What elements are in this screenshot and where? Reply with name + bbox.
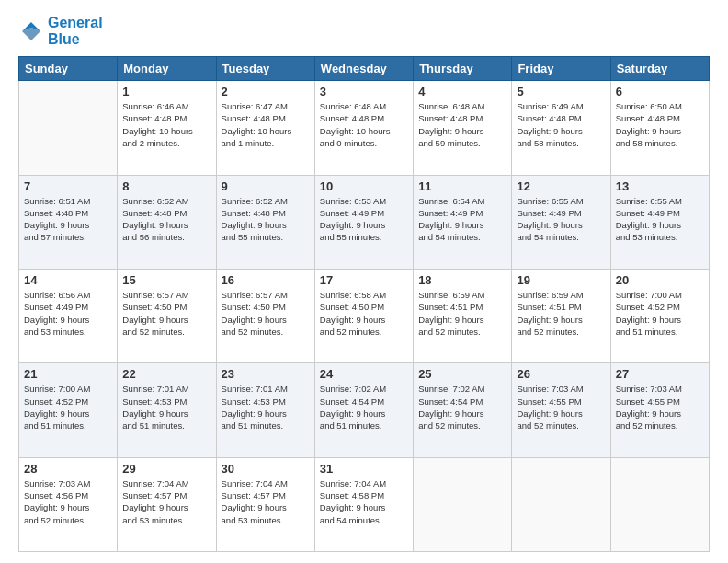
- day-number: 6: [616, 85, 704, 98]
- day-info: Sunrise: 7:00 AMSunset: 4:52 PMDaylight:…: [616, 289, 704, 338]
- day-info: Sunrise: 6:54 AMSunset: 4:49 PMDaylight:…: [418, 195, 506, 244]
- day-number: 27: [616, 367, 704, 381]
- day-info: Sunrise: 6:48 AMSunset: 4:48 PMDaylight:…: [418, 100, 506, 149]
- day-number: 13: [616, 179, 704, 193]
- day-number: 31: [320, 462, 408, 476]
- calendar-cell: 31Sunrise: 7:04 AMSunset: 4:58 PMDayligh…: [314, 457, 413, 551]
- day-number: 22: [122, 367, 210, 381]
- day-number: 16: [222, 273, 310, 287]
- calendar-cell: 6Sunrise: 6:50 AMSunset: 4:48 PMDaylight…: [610, 81, 709, 175]
- calendar-week-row: 1Sunrise: 6:46 AMSunset: 4:48 PMDaylight…: [19, 81, 710, 175]
- day-info: Sunrise: 6:47 AMSunset: 4:48 PMDaylight:…: [222, 100, 310, 149]
- calendar-cell: 28Sunrise: 7:03 AMSunset: 4:56 PMDayligh…: [19, 457, 118, 551]
- logo-icon: [18, 18, 44, 44]
- day-info: Sunrise: 6:58 AMSunset: 4:50 PMDaylight:…: [320, 289, 408, 338]
- day-number: 24: [320, 367, 408, 381]
- day-info: Sunrise: 6:46 AMSunset: 4:48 PMDaylight:…: [122, 100, 210, 149]
- day-info: Sunrise: 7:04 AMSunset: 4:57 PMDaylight:…: [222, 477, 310, 526]
- header-saturday: Saturday: [610, 57, 709, 81]
- calendar-cell: 3Sunrise: 6:48 AMSunset: 4:48 PMDaylight…: [314, 81, 413, 175]
- day-number: 3: [320, 85, 408, 98]
- day-info: Sunrise: 6:50 AMSunset: 4:48 PMDaylight:…: [616, 100, 704, 149]
- day-info: Sunrise: 7:01 AMSunset: 4:53 PMDaylight:…: [122, 383, 210, 431]
- day-info: Sunrise: 7:03 AMSunset: 4:56 PMDaylight:…: [24, 477, 112, 526]
- day-info: Sunrise: 7:02 AMSunset: 4:54 PMDaylight:…: [418, 383, 506, 431]
- day-number: 21: [24, 367, 112, 381]
- calendar-cell: 11Sunrise: 6:54 AMSunset: 4:49 PMDayligh…: [414, 175, 512, 269]
- page: General Blue SundayMondayTuesdayWednesda…: [0, 0, 728, 563]
- header-sunday: Sunday: [19, 57, 118, 81]
- day-info: Sunrise: 6:48 AMSunset: 4:48 PMDaylight:…: [320, 100, 408, 149]
- day-info: Sunrise: 6:56 AMSunset: 4:49 PMDaylight:…: [24, 289, 112, 338]
- calendar-cell: 1Sunrise: 6:46 AMSunset: 4:48 PMDaylight…: [118, 81, 216, 175]
- day-info: Sunrise: 7:03 AMSunset: 4:55 PMDaylight:…: [517, 383, 605, 431]
- calendar-cell: 26Sunrise: 7:03 AMSunset: 4:55 PMDayligh…: [512, 363, 610, 457]
- day-number: 8: [122, 179, 210, 193]
- calendar-cell: 24Sunrise: 7:02 AMSunset: 4:54 PMDayligh…: [314, 363, 413, 457]
- day-number: 15: [122, 273, 210, 287]
- calendar-cell: 7Sunrise: 6:51 AMSunset: 4:48 PMDaylight…: [19, 175, 118, 269]
- day-info: Sunrise: 6:51 AMSunset: 4:48 PMDaylight:…: [24, 195, 112, 244]
- day-info: Sunrise: 6:57 AMSunset: 4:50 PMDaylight:…: [122, 289, 210, 338]
- day-number: 10: [320, 179, 408, 193]
- calendar-cell: [512, 457, 610, 551]
- day-number: 30: [222, 462, 310, 476]
- logo: General Blue: [18, 15, 103, 47]
- header-friday: Friday: [512, 57, 610, 81]
- day-number: 2: [222, 85, 310, 98]
- day-info: Sunrise: 7:02 AMSunset: 4:54 PMDaylight:…: [320, 383, 408, 431]
- calendar-week-row: 21Sunrise: 7:00 AMSunset: 4:52 PMDayligh…: [19, 363, 710, 457]
- calendar-cell: 8Sunrise: 6:52 AMSunset: 4:48 PMDaylight…: [118, 175, 216, 269]
- day-info: Sunrise: 6:55 AMSunset: 4:49 PMDaylight:…: [616, 195, 704, 244]
- day-number: 25: [418, 367, 506, 381]
- calendar-cell: 10Sunrise: 6:53 AMSunset: 4:49 PMDayligh…: [314, 175, 413, 269]
- header-tuesday: Tuesday: [216, 57, 314, 81]
- day-number: 11: [418, 179, 506, 193]
- calendar-cell: 20Sunrise: 7:00 AMSunset: 4:52 PMDayligh…: [610, 269, 709, 362]
- day-info: Sunrise: 6:59 AMSunset: 4:51 PMDaylight:…: [517, 289, 605, 338]
- calendar-cell: 16Sunrise: 6:57 AMSunset: 4:50 PMDayligh…: [216, 269, 314, 362]
- day-number: 18: [418, 273, 506, 287]
- day-info: Sunrise: 6:52 AMSunset: 4:48 PMDaylight:…: [222, 195, 310, 244]
- calendar-table: SundayMondayTuesdayWednesdayThursdayFrid…: [18, 56, 710, 552]
- day-info: Sunrise: 7:03 AMSunset: 4:55 PMDaylight:…: [616, 383, 704, 431]
- day-info: Sunrise: 6:53 AMSunset: 4:49 PMDaylight:…: [320, 195, 408, 244]
- day-info: Sunrise: 7:04 AMSunset: 4:57 PMDaylight:…: [122, 477, 210, 526]
- calendar-cell: 21Sunrise: 7:00 AMSunset: 4:52 PMDayligh…: [19, 363, 118, 457]
- calendar-cell: [610, 457, 709, 551]
- header-wednesday: Wednesday: [314, 57, 413, 81]
- day-number: 4: [418, 85, 506, 98]
- day-number: 19: [517, 273, 605, 287]
- calendar-week-row: 28Sunrise: 7:03 AMSunset: 4:56 PMDayligh…: [19, 457, 710, 551]
- day-number: 29: [122, 462, 210, 476]
- header-thursday: Thursday: [414, 57, 512, 81]
- day-number: 17: [320, 273, 408, 287]
- day-number: 5: [517, 85, 605, 98]
- day-number: 1: [122, 85, 210, 98]
- day-number: 26: [517, 367, 605, 381]
- calendar-cell: [19, 81, 118, 175]
- logo-text: General Blue: [48, 15, 103, 47]
- calendar-cell: 2Sunrise: 6:47 AMSunset: 4:48 PMDaylight…: [216, 81, 314, 175]
- day-info: Sunrise: 7:04 AMSunset: 4:58 PMDaylight:…: [320, 477, 408, 526]
- day-info: Sunrise: 6:55 AMSunset: 4:49 PMDaylight:…: [517, 195, 605, 244]
- calendar-cell: 23Sunrise: 7:01 AMSunset: 4:53 PMDayligh…: [216, 363, 314, 457]
- day-number: 23: [222, 367, 310, 381]
- calendar-header-row: SundayMondayTuesdayWednesdayThursdayFrid…: [19, 57, 710, 81]
- calendar-cell: 4Sunrise: 6:48 AMSunset: 4:48 PMDaylight…: [414, 81, 512, 175]
- day-info: Sunrise: 6:59 AMSunset: 4:51 PMDaylight:…: [418, 289, 506, 338]
- calendar-cell: [414, 457, 512, 551]
- day-info: Sunrise: 6:49 AMSunset: 4:48 PMDaylight:…: [517, 100, 605, 149]
- calendar-cell: 13Sunrise: 6:55 AMSunset: 4:49 PMDayligh…: [610, 175, 709, 269]
- calendar-week-row: 14Sunrise: 6:56 AMSunset: 4:49 PMDayligh…: [19, 269, 710, 362]
- day-number: 9: [222, 179, 310, 193]
- calendar-cell: 25Sunrise: 7:02 AMSunset: 4:54 PMDayligh…: [414, 363, 512, 457]
- day-number: 20: [616, 273, 704, 287]
- day-info: Sunrise: 7:01 AMSunset: 4:53 PMDaylight:…: [222, 383, 310, 431]
- header: General Blue: [18, 15, 710, 47]
- calendar-cell: 22Sunrise: 7:01 AMSunset: 4:53 PMDayligh…: [118, 363, 216, 457]
- day-info: Sunrise: 7:00 AMSunset: 4:52 PMDaylight:…: [24, 383, 112, 431]
- day-info: Sunrise: 6:57 AMSunset: 4:50 PMDaylight:…: [222, 289, 310, 338]
- day-number: 7: [24, 179, 112, 193]
- calendar-cell: 17Sunrise: 6:58 AMSunset: 4:50 PMDayligh…: [314, 269, 413, 362]
